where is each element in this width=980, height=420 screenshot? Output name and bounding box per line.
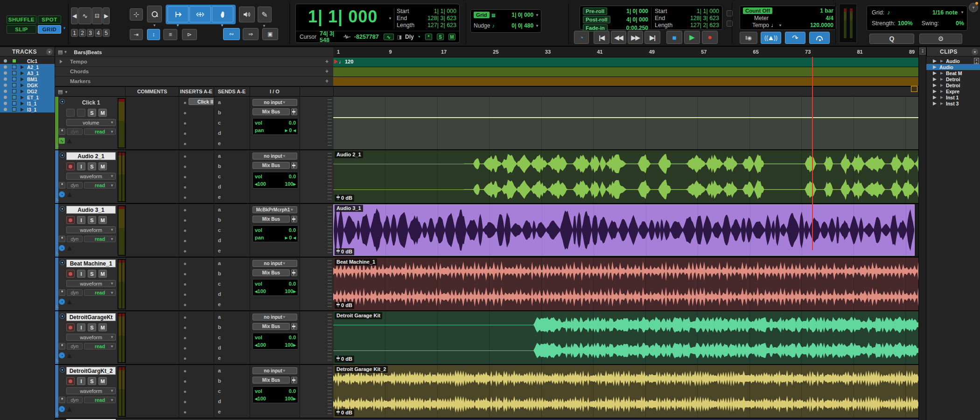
- record-enable-button[interactable]: [66, 270, 75, 278]
- automation-asterisk-button[interactable]: *: [59, 397, 65, 403]
- track-dot-icon[interactable]: [4, 65, 7, 69]
- grid-value-dropdown-icon[interactable]: ▼: [535, 13, 539, 17]
- record-button[interactable]: ●: [702, 31, 718, 44]
- mute-button[interactable]: M: [98, 270, 107, 278]
- insert-slot[interactable]: [184, 155, 186, 158]
- tempo-add-button[interactable]: +: [325, 58, 329, 65]
- trim-dropdown-icon[interactable]: ▼: [176, 23, 180, 28]
- automation-asterisk-button[interactable]: *: [59, 182, 65, 189]
- main-counter-value[interactable]: 1| 1| 000: [308, 7, 378, 27]
- solo-button[interactable]: S: [88, 377, 96, 385]
- bars-ruler[interactable]: 1917253341495765738189: [333, 48, 918, 57]
- send-slot[interactable]: c: [218, 388, 221, 394]
- markers-ruler-band[interactable]: [333, 77, 918, 86]
- comments-cell[interactable]: [126, 258, 179, 310]
- tempo-ruler-band[interactable]: ♩120: [333, 57, 918, 67]
- nudge-label[interactable]: Nudge: [474, 22, 490, 29]
- metronome-button[interactable]: (()): [761, 32, 781, 44]
- count-off-label[interactable]: Count Off: [743, 7, 772, 14]
- timebase-icon[interactable]: ◔: [59, 245, 65, 251]
- play-button[interactable]: ▶: [684, 31, 700, 44]
- zoomer-tool[interactable]: [147, 6, 162, 22]
- send-slot[interactable]: e: [218, 355, 221, 361]
- track-lane[interactable]: Detroit Garage Kit0 dB: [333, 311, 918, 364]
- input-selector-button[interactable]: no input▼: [252, 367, 297, 374]
- send-slot[interactable]: a: [218, 207, 221, 212]
- settings-button[interactable]: ⚙: [919, 34, 962, 44]
- blank-button-1[interactable]: [66, 109, 75, 117]
- zoom-waveform-button[interactable]: ∿: [78, 7, 91, 24]
- record-enable-button[interactable]: [66, 323, 75, 331]
- chords-ruler-label[interactable]: Chords: [70, 69, 89, 74]
- output-fader-button[interactable]: [291, 377, 297, 384]
- track-lane[interactable]: [333, 97, 918, 149]
- insert-slot[interactable]: [184, 143, 186, 145]
- clip-expand-icon[interactable]: [940, 90, 943, 93]
- insertion-follows-playback-button[interactable]: ↕: [147, 29, 160, 40]
- send-slot[interactable]: d: [218, 238, 221, 243]
- insert-slot[interactable]: [184, 357, 186, 360]
- sel-start-value[interactable]: 1| 1| 000: [434, 8, 456, 14]
- nudge-value[interactable]: 0| 0| 480: [511, 22, 533, 29]
- clip-list-item[interactable]: Audioa z: [926, 58, 980, 64]
- grid-lines-button[interactable]: ≡: [163, 29, 177, 40]
- dyn-button[interactable]: dyn: [67, 397, 83, 403]
- mute-button[interactable]: M: [98, 323, 107, 331]
- automation-mode-button[interactable]: read▼: [84, 236, 116, 242]
- track-dot-icon[interactable]: [4, 59, 7, 63]
- track-collapse-button[interactable]: ▼: [60, 260, 65, 265]
- chords-add-button[interactable]: +: [325, 68, 329, 75]
- send-slot[interactable]: a: [218, 368, 221, 373]
- timebase-icon[interactable]: ◔: [59, 406, 65, 412]
- send-slot[interactable]: e: [218, 301, 221, 307]
- marker-well-button[interactable]: [911, 86, 917, 92]
- elastic-audio-icon[interactable]: ◺: [56, 412, 59, 416]
- track-dot-icon[interactable]: [4, 96, 7, 99]
- nudge-note-icon[interactable]: ♪: [492, 23, 495, 28]
- output-selector-button[interactable]: Mix Bus: [252, 108, 290, 115]
- send-slot[interactable]: e: [218, 409, 221, 414]
- mute-button[interactable]: M: [98, 109, 107, 117]
- automation-asterisk-button[interactable]: *: [59, 343, 65, 350]
- insert-slot[interactable]: [184, 294, 186, 296]
- delay-compensation-label[interactable]: Dly: [405, 34, 414, 40]
- record-enable-button[interactable]: [66, 377, 75, 385]
- scroll-down-button[interactable]: ↧: [919, 48, 926, 55]
- track-view-selector[interactable]: waveform▼: [66, 226, 116, 233]
- mute-button[interactable]: M: [98, 162, 107, 170]
- sel-length-value[interactable]: 127| 2| 623: [427, 22, 456, 28]
- zoom-midi-button[interactable]: ⊟: [92, 7, 102, 24]
- insert-slot[interactable]: [184, 316, 186, 319]
- solo-button[interactable]: S: [88, 323, 96, 331]
- output-fader-button[interactable]: [291, 216, 297, 223]
- send-slot[interactable]: c: [218, 120, 221, 126]
- edit-mode-slip[interactable]: SLIP: [7, 25, 36, 34]
- track-name-button[interactable]: Beat Machine_1: [66, 259, 116, 267]
- send-slot[interactable]: d: [218, 345, 221, 350]
- clip-expand-icon[interactable]: [940, 60, 943, 63]
- output-selector-button[interactable]: Mix Bus: [252, 377, 290, 384]
- track-height-dropdown-icon[interactable]: ▼: [64, 90, 68, 94]
- go-to-end-button[interactable]: ▶|: [644, 31, 660, 44]
- automation-mode-button[interactable]: read▼: [84, 182, 116, 189]
- track-list-item[interactable]: A2_1: [0, 64, 55, 70]
- edit-mode-shuffle[interactable]: SHUFFLE: [7, 15, 36, 24]
- input-monitor-button[interactable]: I: [77, 377, 85, 385]
- automation-asterisk-button[interactable]: *: [59, 236, 65, 242]
- zoom-preset-4[interactable]: 4: [95, 29, 102, 37]
- track-name-button[interactable]: Audio 3_1: [66, 206, 116, 214]
- mute-button[interactable]: M: [98, 377, 107, 385]
- mirrored-midi-button[interactable]: ▣: [262, 28, 278, 40]
- timebase-icon[interactable]: ◔: [59, 352, 65, 358]
- stop-button[interactable]: ■: [666, 31, 682, 44]
- count-off-value[interactable]: 1 bar: [820, 7, 833, 14]
- tempo-value[interactable]: 120.0000: [810, 22, 833, 28]
- pan-row[interactable]: ◂100100▸: [255, 342, 296, 348]
- clip-gain-tag[interactable]: 0 dB: [335, 248, 354, 255]
- track-view-selector[interactable]: waveform▼: [66, 387, 116, 394]
- midi-merge-button[interactable]: ↷: [785, 32, 805, 44]
- timebase-icon[interactable]: ∿: [59, 138, 65, 144]
- playhead-button[interactable]: ⊳: [182, 29, 197, 40]
- post-roll-label[interactable]: Post-roll: [583, 16, 610, 23]
- insert-slot[interactable]: [184, 112, 186, 114]
